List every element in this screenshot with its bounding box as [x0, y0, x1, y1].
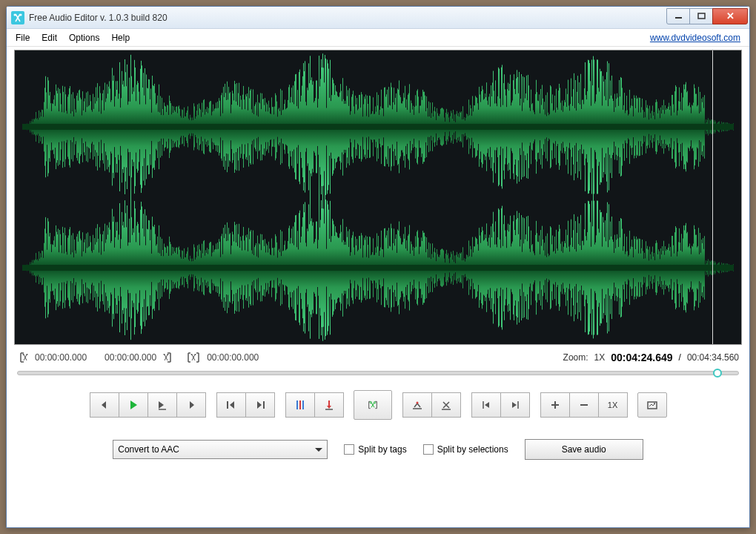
play-selection-button[interactable] — [147, 392, 177, 418]
menu-file[interactable]: File — [10, 30, 36, 45]
time-separator: / — [679, 352, 681, 363]
content-area: 00:00:00.000 00:00:00.000 00:00:00.000 Z… — [7, 47, 749, 527]
split-by-selections-checkbox[interactable]: Split by selections — [423, 444, 508, 455]
total-duration: 00:04:34.560 — [687, 352, 739, 363]
goto-start-button[interactable] — [471, 392, 501, 418]
window-title: Free Audio Editor v. 1.0.3 build 820 — [29, 13, 667, 23]
svg-point-0 — [14, 13, 16, 16]
export-row: Convert to AAC Split by tags Split by se… — [14, 436, 742, 463]
markers-button[interactable] — [285, 392, 315, 418]
marker-group — [285, 392, 344, 420]
menu-options[interactable]: Options — [63, 30, 105, 45]
play-button[interactable] — [119, 392, 148, 418]
svg-rect-12 — [263, 401, 265, 409]
svg-point-7 — [168, 354, 169, 355]
svg-point-29 — [654, 403, 655, 404]
svg-point-20 — [416, 402, 418, 404]
split-selections-label: Split by selections — [437, 444, 508, 455]
menubar: File Edit Options Help www.dvdvideosoft.… — [7, 29, 749, 47]
screenshot-button[interactable] — [637, 392, 667, 418]
svg-rect-11 — [227, 401, 228, 409]
split-by-tags-checkbox[interactable]: Split by tags — [344, 444, 406, 455]
svg-point-4 — [23, 354, 24, 355]
checkbox-box — [423, 444, 434, 455]
checkbox-box — [344, 444, 354, 455]
playhead-cursor[interactable] — [712, 50, 713, 344]
svg-point-18 — [370, 401, 371, 403]
skip-end-button[interactable] — [245, 392, 275, 418]
zoom-reset-button[interactable]: 1X — [598, 392, 628, 418]
menu-help[interactable]: Help — [105, 30, 136, 45]
titlebar[interactable]: Free Audio Editor v. 1.0.3 build 820 ✕ — [7, 7, 749, 29]
cut-duration-time: 00:00:00.000 — [207, 352, 259, 363]
app-icon — [11, 11, 24, 24]
selection-end-icon — [162, 352, 174, 363]
svg-point-1 — [20, 13, 22, 16]
zoom-in-button[interactable] — [540, 392, 570, 418]
goto-group — [471, 392, 530, 420]
seek-slider[interactable] — [17, 371, 739, 375]
selection-start-time: 00:00:00.000 — [35, 352, 87, 363]
step-back-button[interactable] — [90, 392, 119, 418]
svg-point-5 — [27, 354, 28, 355]
split-tags-label: Split by tags — [358, 444, 406, 455]
zoom-out-button[interactable] — [569, 392, 599, 418]
delete-button[interactable] — [431, 392, 461, 418]
step-forward-button[interactable] — [176, 392, 206, 418]
selection-info-row: 00:00:00.000 00:00:00.000 00:00:00.000 Z… — [14, 345, 742, 367]
website-link[interactable]: www.dvdvideosoft.com — [650, 33, 746, 43]
menu-edit[interactable]: Edit — [36, 30, 63, 45]
maximize-button[interactable] — [689, 8, 713, 24]
marker-down-button[interactable] — [314, 392, 344, 418]
zoom-label: Zoom: — [563, 352, 588, 363]
playback-status: Zoom: 1X 00:04:24.649 / 00:04:34.560 — [563, 352, 739, 363]
convert-format-value: Convert to AAC — [118, 444, 179, 455]
waveform-display[interactable] — [14, 50, 742, 345]
skip-start-button[interactable] — [216, 392, 246, 418]
cut-selection-button[interactable] — [354, 390, 392, 420]
svg-point-9 — [195, 354, 196, 355]
seek-thumb[interactable] — [713, 369, 722, 378]
goto-end-button[interactable] — [500, 392, 530, 418]
cut-time-group: 00:00:00.000 — [186, 352, 259, 363]
svg-point-6 — [164, 354, 165, 355]
selection-end-time: 00:00:00.000 — [105, 352, 156, 363]
convert-format-select[interactable]: Convert to AAC — [113, 440, 328, 459]
app-window: Free Audio Editor v. 1.0.3 build 820 ✕ F… — [6, 6, 750, 528]
selection-start-group: 00:00:00.000 — [17, 352, 87, 363]
save-audio-button[interactable]: Save audio — [525, 439, 643, 460]
scissors-bracket-icon — [186, 352, 201, 363]
selection-start-icon — [17, 352, 29, 363]
zoom-group: 1X — [540, 392, 628, 420]
minimize-button[interactable] — [666, 8, 690, 24]
window-controls: ✕ — [667, 8, 748, 24]
current-position: 00:04:24.649 — [611, 352, 672, 363]
dropdown-arrow-icon — [315, 448, 322, 452]
zoom-value: 1X — [594, 352, 606, 363]
crop-button[interactable] — [402, 392, 432, 418]
seek-slider-row — [14, 367, 742, 379]
skip-group — [216, 392, 275, 420]
transport-toolbar: 1X — [14, 389, 742, 436]
save-button-label: Save audio — [562, 444, 606, 455]
playback-group — [90, 392, 206, 420]
svg-rect-3 — [698, 13, 705, 19]
edit-group — [402, 392, 461, 420]
svg-point-8 — [191, 354, 193, 355]
selection-end-group: 00:00:00.000 — [105, 352, 174, 363]
close-button[interactable]: ✕ — [712, 8, 748, 24]
